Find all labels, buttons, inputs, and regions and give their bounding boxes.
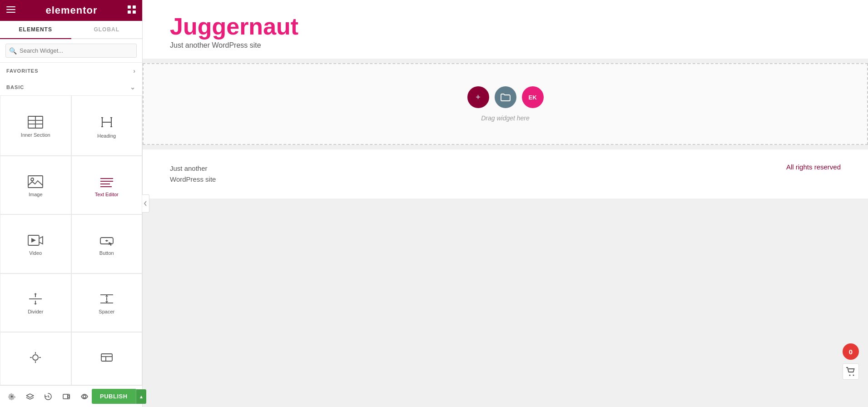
svg-rect-3	[128, 5, 131, 9]
svg-rect-54	[68, 396, 69, 397]
text-editor-icon	[99, 175, 114, 188]
sidebar-header: elementor	[0, 0, 142, 21]
search-container: 🔍	[0, 39, 142, 63]
publish-dropdown-button[interactable]: ▴	[136, 389, 146, 404]
template-button[interactable]	[495, 86, 516, 108]
footer-icons	[5, 389, 92, 404]
publish-button[interactable]: PUBLISH	[92, 389, 136, 404]
cart-badge: 0	[843, 343, 859, 360]
image-label: Image	[29, 192, 43, 197]
svg-point-56	[849, 375, 851, 376]
widget-more2[interactable]	[71, 332, 143, 385]
favorites-label: FAVORITES	[6, 68, 39, 74]
more1-icon	[28, 351, 43, 364]
spacer-icon	[99, 293, 114, 305]
heading-icon	[99, 115, 114, 129]
svg-rect-6	[133, 10, 136, 14]
footer-left-text: Just another WordPress site	[170, 163, 216, 185]
widgets-grid: Inner Section Heading	[0, 95, 142, 385]
svg-rect-20	[28, 176, 43, 188]
search-input[interactable]	[5, 44, 137, 58]
layers-icon[interactable]	[23, 389, 37, 404]
svg-point-42	[33, 355, 38, 360]
widget-more1[interactable]	[0, 332, 71, 385]
svg-marker-36	[34, 303, 37, 305]
svg-point-55	[83, 395, 86, 398]
footer-right-text: All rights reserved	[786, 163, 841, 171]
site-subtitle: Just another WordPress site	[170, 41, 841, 50]
svg-point-57	[853, 375, 854, 376]
cart-area: 0	[843, 343, 859, 380]
grid-icon[interactable]	[128, 5, 136, 15]
collapse-handle[interactable]	[142, 194, 149, 213]
more2-icon	[99, 351, 114, 364]
basic-chevron: ⌄	[130, 84, 136, 91]
inner-section-label: Inner Section	[21, 132, 50, 138]
widget-spacer[interactable]: Spacer	[71, 273, 143, 332]
sidebar-footer: PUBLISH ▴	[0, 385, 142, 407]
responsive-icon[interactable]	[59, 389, 74, 404]
svg-rect-5	[128, 10, 131, 14]
button-label: Button	[99, 250, 114, 256]
favorites-section[interactable]: FAVORITES ›	[0, 63, 142, 79]
svg-rect-4	[133, 5, 136, 9]
add-widget-button[interactable]: +	[467, 86, 489, 108]
basic-label: BASIC	[6, 84, 24, 90]
svg-rect-47	[101, 354, 112, 361]
site-title: Juggernaut	[170, 14, 841, 40]
elementor-logo: elementor	[45, 5, 97, 16]
svg-rect-52	[63, 394, 69, 399]
search-icon: 🔍	[9, 47, 17, 55]
video-icon	[28, 234, 43, 247]
tab-global[interactable]: GLOBAL	[71, 21, 143, 38]
svg-rect-0	[6, 6, 15, 7]
widget-text-editor[interactable]: Text Editor	[71, 156, 143, 214]
divider-icon	[28, 293, 43, 305]
image-icon	[28, 175, 43, 188]
inner-section-icon	[28, 116, 43, 129]
svg-point-21	[31, 178, 34, 181]
drop-zone[interactable]: + EK Drag widget here	[143, 63, 868, 145]
svg-rect-1	[6, 9, 15, 10]
heading-label: Heading	[97, 133, 116, 139]
site-header: Juggernaut Just another WordPress site	[143, 0, 868, 59]
tab-elements[interactable]: ELEMENTS	[0, 21, 71, 38]
widget-button[interactable]: Button	[71, 214, 143, 273]
drop-zone-buttons: + EK	[467, 86, 544, 108]
sidebar: elementor ELEMENTS GLOBAL 🔍 FAVORITES › …	[0, 0, 143, 407]
button-icon	[99, 234, 114, 247]
settings-icon[interactable]	[5, 389, 19, 404]
spacer-label: Spacer	[99, 309, 114, 314]
publish-button-group: PUBLISH ▴	[92, 389, 146, 404]
widget-video[interactable]: Video	[0, 214, 71, 273]
svg-marker-27	[31, 238, 36, 243]
drag-hint: Drag widget here	[481, 114, 530, 122]
basic-section[interactable]: BASIC ⌄	[0, 79, 142, 95]
history-icon[interactable]	[41, 389, 55, 404]
divider-label: Divider	[28, 309, 43, 314]
cart-icon[interactable]	[843, 363, 859, 380]
preview-icon[interactable]	[77, 389, 92, 404]
widget-divider[interactable]: Divider	[0, 273, 71, 332]
video-label: Video	[29, 250, 42, 256]
text-editor-label: Text Editor	[95, 192, 119, 197]
svg-rect-2	[6, 12, 15, 13]
sidebar-tabs: ELEMENTS GLOBAL	[0, 21, 142, 39]
svg-marker-35	[34, 293, 37, 294]
widget-image[interactable]: Image	[0, 156, 71, 214]
site-footer-area: Just another WordPress site All rights r…	[143, 149, 868, 199]
main-canvas: Juggernaut Just another WordPress site +…	[143, 0, 868, 407]
ek-button[interactable]: EK	[522, 86, 544, 108]
favorites-chevron: ›	[133, 67, 136, 74]
widget-inner-section[interactable]: Inner Section	[0, 95, 71, 156]
widget-heading[interactable]: Heading	[71, 95, 143, 156]
hamburger-icon[interactable]	[6, 6, 15, 15]
